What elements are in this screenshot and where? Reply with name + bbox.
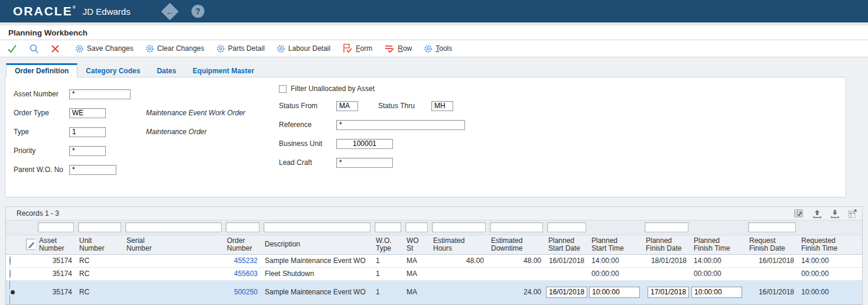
gear-icon: [216, 44, 225, 53]
parts-detail-button[interactable]: Parts Detail: [213, 44, 268, 53]
cell-description: Sample Maintenance Event WO: [261, 280, 372, 304]
help-icon[interactable]: ?: [191, 5, 204, 18]
import-grid-button[interactable]: [830, 209, 840, 218]
parent-wo-no-field[interactable]: [69, 165, 116, 175]
cell-estimated-hours: 48.00: [430, 254, 487, 267]
qbe-asset-number[interactable]: [38, 222, 74, 232]
col-request-finish-date[interactable]: Request Finish Date: [746, 235, 798, 254]
cell-requested-finish-time: 14:00:00: [798, 254, 862, 267]
cell-estimated-downtime: [487, 267, 545, 280]
cancel-button[interactable]: [47, 44, 63, 53]
cell-planned-start-time: 14:00:00: [588, 254, 642, 267]
clear-changes-button[interactable]: Clear Changes: [142, 44, 208, 53]
table-row: 35174 RC 455603 Fleet Shutdown 1 MA 00:0…: [6, 267, 862, 280]
records-count: Records 1 - 3: [17, 209, 59, 218]
form-menu-icon: [342, 44, 353, 53]
qbe-estimated-downtime[interactable]: [490, 222, 543, 232]
qbe-wo-type[interactable]: [375, 222, 401, 232]
qbe-description[interactable]: [264, 222, 370, 232]
back-navigation-icon[interactable]: ←: [161, 2, 178, 20]
tab-bar: Order Definition Category Codes Dates Eq…: [6, 65, 868, 77]
cell-planned-finish-date: [642, 267, 690, 280]
find-button[interactable]: [25, 44, 43, 54]
order-type-label: Order Type: [5, 109, 69, 117]
import-icon: [830, 209, 840, 218]
cell-requested-finish-time: 10:00:00: [798, 280, 862, 304]
cell-planned-finish-time: 00:00:00: [690, 267, 746, 280]
reference-field[interactable]: [336, 120, 465, 130]
qbe-request-finish-date[interactable]: [748, 222, 796, 232]
col-planned-finish-time[interactable]: Planned Finish Time: [690, 235, 746, 254]
qbe-order-number[interactable]: [226, 222, 259, 232]
priority-field[interactable]: [69, 146, 106, 156]
customize-grid-button[interactable]: [794, 209, 804, 218]
col-wo-type[interactable]: W.O. Type: [372, 235, 403, 254]
top-banner: ORACLE® JD Edwards ← ?: [0, 0, 868, 22]
qbe-unit-number[interactable]: [78, 222, 121, 232]
order-type-field[interactable]: [69, 108, 106, 118]
cell-request-finish-date: [746, 267, 798, 280]
planned-start-time-input[interactable]: [589, 287, 640, 298]
order-number-link[interactable]: 500250: [234, 288, 258, 296]
gear-icon: [75, 44, 84, 53]
col-asset-number[interactable]: Asset Number: [35, 235, 76, 254]
col-estimated-hours[interactable]: Estimated Hours: [430, 235, 487, 254]
col-planned-finish-date[interactable]: Planned Finish Date: [642, 235, 690, 254]
type-label: Type: [5, 128, 69, 136]
order-number-link[interactable]: 455603: [234, 270, 258, 278]
qbe-planned-start-date[interactable]: [547, 222, 586, 232]
cell-planned-start-date: 16/01/2018: [545, 254, 588, 267]
tab-equipment-master[interactable]: Equipment Master: [184, 64, 262, 77]
status-thru-field[interactable]: [431, 101, 453, 111]
asset-number-field[interactable]: [69, 89, 131, 99]
qbe-filter-row: [6, 220, 862, 235]
row-select-radio[interactable]: [9, 269, 11, 278]
tools-menu[interactable]: Tools: [420, 44, 456, 53]
cell-planned-start-date: [545, 267, 588, 280]
order-number-link[interactable]: 455232: [234, 257, 258, 265]
form-menu[interactable]: Form: [339, 44, 376, 53]
tab-category-codes[interactable]: Category Codes: [77, 64, 148, 77]
business-unit-field[interactable]: [336, 139, 393, 149]
col-wo-st[interactable]: WO St: [403, 235, 430, 254]
customize-grid-icon: [794, 209, 804, 218]
cell-asset-number: 35174: [35, 280, 76, 304]
records-bar: Records 1 - 3: [6, 207, 862, 220]
pencil-icon: [28, 241, 35, 248]
export-grid-button[interactable]: [812, 209, 822, 218]
grid-header-row: Asset Number Unit Number Serial Number O…: [6, 235, 862, 254]
col-planned-start-time[interactable]: Planned Start Time: [588, 235, 642, 254]
row-select-radio[interactable]: [9, 280, 19, 304]
col-order-number[interactable]: Order Number: [223, 235, 261, 254]
qbe-estimated-hours[interactable]: [432, 222, 486, 232]
ok-button[interactable]: [4, 44, 21, 54]
planned-start-date-input[interactable]: [546, 287, 587, 298]
row-menu[interactable]: Row: [381, 44, 415, 53]
col-requested-finish-time[interactable]: Requested Finish Time: [798, 235, 862, 254]
tab-order-definition[interactable]: Order Definition: [6, 63, 77, 77]
cell-planned-finish-time: 14:00:00: [690, 254, 746, 267]
planned-finish-date-input[interactable]: [648, 287, 689, 298]
cell-planned-start-time: 00:00:00: [588, 267, 642, 280]
col-estimated-downtime[interactable]: Estimated Downtime: [487, 235, 545, 254]
work-order-grid: Records 1 - 3: [5, 206, 863, 305]
col-serial-number[interactable]: Serial Number: [123, 235, 223, 254]
gear-icon: [424, 44, 433, 53]
filter-unallocated-checkbox[interactable]: [279, 85, 287, 93]
row-select-radio[interactable]: [9, 256, 11, 265]
col-planned-start-date[interactable]: Planned Start Date: [545, 235, 588, 254]
tab-dates[interactable]: Dates: [148, 64, 184, 77]
qbe-planned-finish-date[interactable]: [645, 222, 688, 232]
save-changes-button[interactable]: Save Changes: [71, 44, 137, 53]
qbe-serial-number[interactable]: [125, 222, 222, 232]
qbe-wo-st[interactable]: [405, 222, 428, 232]
col-description[interactable]: Description: [261, 235, 372, 254]
cell-serial-number: [123, 280, 223, 304]
type-field[interactable]: [69, 127, 106, 137]
lead-craft-field[interactable]: [336, 158, 393, 168]
planned-finish-time-input[interactable]: [691, 287, 742, 298]
labour-detail-button[interactable]: Labour Detail: [273, 44, 334, 53]
col-unit-number[interactable]: Unit Number: [76, 235, 123, 254]
expand-grid-button[interactable]: [848, 209, 857, 218]
status-from-field[interactable]: [336, 101, 358, 111]
